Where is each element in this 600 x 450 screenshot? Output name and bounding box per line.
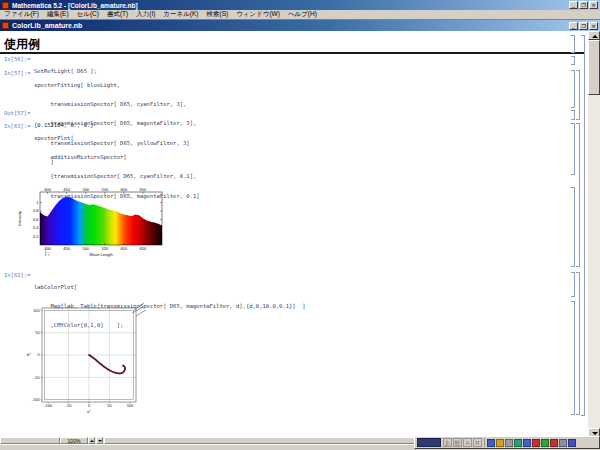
tray-icon[interactable]	[487, 439, 495, 447]
ime-status-box[interactable]	[417, 438, 441, 447]
mathematica-window: Mathematica 5.2 - [ColorLib_amature.nb] …	[0, 0, 600, 450]
tray-icon[interactable]	[496, 439, 504, 447]
cell-bracket[interactable]	[571, 56, 575, 65]
vertical-scrollbar[interactable]	[588, 31, 600, 437]
tray-icon[interactable]	[541, 439, 549, 447]
svg-text:50: 50	[107, 404, 111, 408]
tray-icon[interactable]	[532, 439, 540, 447]
ime-button[interactable]: R	[473, 438, 482, 447]
cell-bracket[interactable]	[571, 35, 575, 53]
svg-text:1: 1	[36, 200, 39, 205]
triangle-up-icon	[90, 440, 94, 442]
menu-kernel[interactable]: カーネル(K)	[159, 10, 202, 19]
svg-text:450: 450	[63, 187, 70, 192]
svg-text:-100: -100	[44, 404, 52, 408]
menu-edit[interactable]: 編集(E)	[43, 10, 73, 19]
doc-minimize-button[interactable]: _	[569, 22, 578, 30]
svg-text:400: 400	[44, 187, 51, 192]
svg-text:650: 650	[140, 187, 147, 192]
menu-file[interactable]: ファイル(F)	[0, 10, 43, 19]
arrow-up-icon	[592, 35, 598, 38]
menu-format[interactable]: 書式(T)	[103, 10, 132, 19]
cell-bracket[interactable]	[571, 70, 575, 108]
vertical-scrollbar-thumb[interactable]	[588, 40, 600, 95]
svg-text:b*: b*	[27, 352, 31, 357]
svg-text:100: 100	[127, 404, 133, 408]
svg-text:600: 600	[121, 246, 128, 251]
cell-label: In[57]:=	[4, 70, 31, 76]
cell-label: In[61]:=	[4, 272, 31, 278]
tray-icon[interactable]	[505, 439, 513, 447]
tray-icon[interactable]	[514, 439, 522, 447]
app-title: Mathematica 5.2 - [ColorLib_amature.nb]	[12, 2, 569, 9]
tray-icon[interactable]	[568, 439, 576, 447]
cell-bracket[interactable]	[571, 187, 575, 267]
magnification-control[interactable]: 100%	[60, 437, 88, 444]
code-line[interactable]: transmissionSpector[ D65, cyanFilter, 3]…	[34, 101, 196, 108]
tray-icon[interactable]	[550, 439, 558, 447]
tray-icon[interactable]	[523, 439, 531, 447]
minimize-button[interactable]: _	[569, 1, 578, 9]
code-line[interactable]: {transmissionSpector[ D65, cyanFilter, 0…	[34, 173, 200, 180]
code-line[interactable]: additiveMixtureSpector[	[34, 154, 200, 161]
mathematica-app-icon	[2, 2, 9, 9]
svg-text:0.6: 0.6	[33, 217, 39, 222]
code-line[interactable]: labColorPlot[	[34, 284, 306, 291]
zoom-up-button[interactable]	[88, 437, 95, 444]
arrow-down-icon	[592, 432, 598, 435]
lab-color-plot[interactable]: -100-50050100100500-50-100a*b*	[22, 301, 154, 415]
menubar: ファイル(F) 編集(E) セル(C) 書式(T) 入力(I) カーネル(K) …	[0, 10, 600, 20]
app-titlebar[interactable]: Mathematica 5.2 - [ColorLib_amature.nb] …	[0, 0, 600, 10]
section-rule	[0, 52, 584, 54]
document-titlebar[interactable]: ColorLib_amature.nb _ ❐ ✕	[0, 20, 600, 31]
svg-text:0.4: 0.4	[33, 225, 39, 230]
svg-text:500: 500	[82, 187, 89, 192]
menu-help[interactable]: ヘルプ(H)	[284, 10, 321, 19]
cell-bracket[interactable]	[571, 301, 575, 415]
scroll-up-button[interactable]	[588, 31, 600, 40]
svg-text:0.2: 0.2	[33, 234, 39, 239]
ime-button[interactable]: A	[463, 438, 472, 447]
cell-group-bracket[interactable]	[576, 272, 580, 415]
svg-text:Wave Length: Wave Length	[89, 252, 112, 257]
svg-text:550: 550	[101, 246, 108, 251]
svg-text:500: 500	[82, 246, 89, 251]
ime-button[interactable]: 般	[453, 438, 462, 447]
code-line[interactable]: spectorPlot[	[34, 135, 200, 142]
menu-find[interactable]: 検索(S)	[203, 10, 233, 19]
menu-cell[interactable]: セル(C)	[73, 10, 103, 19]
svg-text:0: 0	[37, 353, 39, 357]
tray-separator	[484, 438, 485, 447]
cell-label: In[56]:=	[4, 56, 31, 62]
spectrum-plot[interactable]: 4004004504505005005505506006006506500.20…	[14, 187, 169, 267]
document-title: ColorLib_amature.nb	[12, 22, 569, 29]
notebook-doc-icon	[2, 22, 9, 29]
zoom-down-button[interactable]	[96, 437, 103, 444]
svg-text:0.8: 0.8	[33, 208, 39, 213]
ime-toolbar: あ般AR	[443, 438, 482, 447]
restore-button[interactable]: ❐	[579, 1, 588, 9]
svg-text:400: 400	[44, 246, 51, 251]
cell-group-bracket[interactable]	[576, 123, 580, 267]
cell-bracket[interactable]	[571, 110, 575, 120]
svg-text:Intensity: Intensity	[17, 211, 22, 226]
cell-bracket[interactable]	[571, 123, 575, 175]
ime-button[interactable]: あ	[443, 438, 452, 447]
svg-text:-100: -100	[32, 398, 40, 402]
close-button[interactable]: ✕	[589, 1, 598, 9]
section-group-bracket[interactable]	[581, 35, 585, 416]
svg-text:550: 550	[101, 187, 108, 192]
tray-icon[interactable]	[559, 439, 567, 447]
cell-bracket[interactable]	[571, 272, 575, 297]
doc-close-button[interactable]: ✕	[589, 22, 598, 30]
svg-text:450: 450	[63, 246, 70, 251]
menu-window[interactable]: ウィンドウ(W)	[232, 10, 284, 19]
code-line[interactable]: spectorFitting[ blueLight,	[34, 82, 196, 89]
cell-label: Out[57]=	[4, 110, 31, 116]
doc-restore-button[interactable]: ❐	[579, 22, 588, 30]
menu-input[interactable]: 入力(I)	[132, 10, 159, 19]
cell-label: In[63]:=	[4, 123, 31, 129]
section-heading: 使用例	[4, 36, 40, 53]
svg-text:a*: a*	[87, 409, 91, 414]
cell-group-bracket[interactable]	[576, 70, 580, 120]
